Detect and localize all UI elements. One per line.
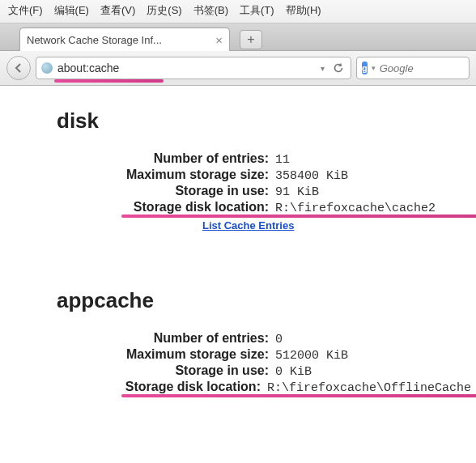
reload-button[interactable] (331, 61, 346, 75)
highlight-underline (54, 79, 164, 83)
url-bar[interactable]: ▾ (36, 57, 351, 79)
url-dropdown-icon[interactable]: ▾ (319, 64, 326, 73)
highlight-underline (121, 215, 476, 218)
value-entries: 11 (275, 153, 290, 167)
label-max-storage: Maximum storage size: (81, 168, 275, 182)
search-engine-dropdown-icon[interactable]: ▾ (372, 64, 376, 72)
menu-view[interactable]: 查看(V) (100, 3, 135, 18)
menu-edit[interactable]: 编辑(E) (54, 3, 89, 18)
tab-close-icon[interactable]: × (215, 33, 223, 47)
nav-toolbar: ▾ g ▾ (0, 51, 476, 86)
new-tab-button[interactable]: + (240, 30, 262, 49)
tab-active[interactable]: Network Cache Storage Inf... × (19, 28, 230, 51)
label-disk-location: Storage disk location: (81, 200, 275, 215)
tab-strip: Network Cache Storage Inf... × + (0, 23, 476, 51)
menu-file[interactable]: 文件(F) (8, 3, 43, 18)
section-heading-appcache: appcache (57, 288, 471, 313)
label-entries: Number of entries: (81, 151, 275, 166)
chevron-left-icon (14, 63, 23, 73)
value-storage-in-use: 0 KiB (275, 365, 312, 379)
label-storage-in-use: Storage in use: (81, 363, 275, 378)
value-entries: 0 (275, 333, 283, 346)
value-max-storage: 512000 KiB (275, 349, 348, 363)
value-disk-location: R:\firefoxcache\OfflineCache (267, 381, 471, 395)
menu-bar: 文件(F) 编辑(E) 查看(V) 历史(S) 书签(B) 工具(T) 帮助(H… (0, 0, 476, 23)
disk-details: Number of entries: 11 Maximum storage si… (81, 151, 471, 232)
search-engine-icon[interactable]: g (362, 62, 368, 74)
label-storage-in-use: Storage in use: (81, 184, 275, 198)
reload-icon (333, 62, 344, 74)
value-max-storage: 358400 KiB (275, 169, 348, 183)
value-disk-location: R:\firefoxcache\cache2 (275, 202, 436, 215)
tab-title: Network Cache Storage Inf... (27, 34, 210, 46)
appcache-details: Number of entries: 0 Maximum storage siz… (81, 331, 471, 395)
url-input[interactable] (57, 62, 314, 74)
menu-help[interactable]: 帮助(H) (286, 3, 321, 18)
menu-bookmarks[interactable]: 书签(B) (193, 3, 228, 18)
menu-tools[interactable]: 工具(T) (240, 3, 274, 18)
search-input[interactable] (380, 62, 476, 74)
search-bar[interactable]: g ▾ (356, 57, 470, 79)
label-disk-location: Storage disk location: (81, 380, 267, 394)
globe-icon (41, 62, 53, 74)
value-storage-in-use: 91 KiB (275, 185, 319, 199)
page-content: disk Number of entries: 11 Maximum stora… (0, 86, 476, 404)
label-max-storage: Maximum storage size: (81, 347, 275, 362)
label-entries: Number of entries: (81, 331, 275, 346)
back-button[interactable] (6, 56, 31, 80)
highlight-underline (121, 394, 476, 397)
menu-history[interactable]: 历史(S) (147, 3, 181, 18)
list-cache-entries-link[interactable]: List Cache Entries (202, 219, 294, 232)
section-heading-disk: disk (57, 108, 471, 134)
